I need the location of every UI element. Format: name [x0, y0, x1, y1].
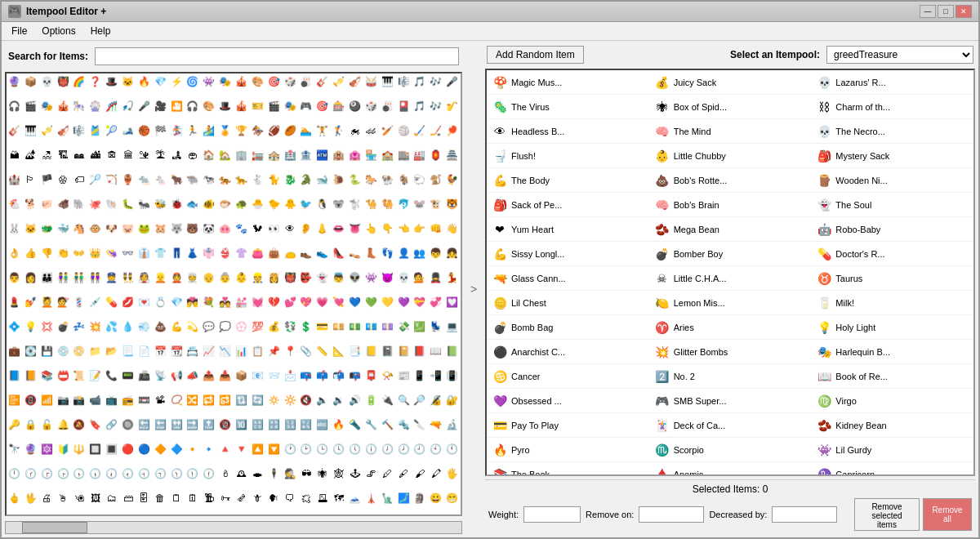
table-row[interactable]: 📖 [428, 343, 443, 359]
table-row[interactable]: 🐿 [250, 220, 265, 236]
list-item[interactable]: 🦠The Virus [487, 95, 649, 119]
table-row[interactable]: 🐰 [7, 220, 22, 236]
table-row[interactable]: 🐍 [347, 172, 363, 187]
table-row[interactable]: 🐻 [185, 220, 200, 236]
table-row[interactable]: 🔋 [363, 392, 379, 408]
table-row[interactable]: 🐪 [363, 196, 379, 212]
table-row[interactable]: 🗣 [266, 490, 282, 506]
table-row[interactable]: 💚 [363, 294, 379, 310]
table-row[interactable]: 🕶 [298, 466, 314, 481]
table-row[interactable]: 🔩 [396, 416, 412, 432]
table-row[interactable]: 🏘 [71, 147, 87, 163]
table-row[interactable]: 🏄 [201, 122, 216, 138]
table-row[interactable]: 🐼 [201, 220, 216, 236]
table-row[interactable]: 💟 [444, 294, 460, 310]
table-row[interactable]: 🗝 [217, 490, 233, 506]
list-item[interactable]: 💪The Body [487, 168, 649, 193]
list-item[interactable]: ♉Taurus [811, 266, 973, 291]
table-row[interactable]: 📘 [7, 368, 22, 383]
table-row[interactable]: 🗯 [298, 490, 314, 506]
table-row[interactable]: 👒 [104, 245, 119, 261]
table-row[interactable]: 💦 [104, 318, 119, 334]
table-row[interactable]: 🐘 [71, 196, 87, 212]
itempool-select[interactable]: greedTreasuretreasureshopbossdevilangels… [826, 46, 973, 64]
table-row[interactable]: 🌀 [185, 74, 200, 89]
table-row[interactable]: 🗻 [347, 490, 363, 506]
table-row[interactable]: 💋 [120, 294, 136, 310]
table-row[interactable]: 🗽 [380, 490, 395, 506]
table-row[interactable]: 🐐 [396, 172, 412, 187]
table-row[interactable]: 🔕 [71, 416, 87, 432]
table-row[interactable]: 📪 [298, 368, 314, 383]
table-row[interactable]: 🕐 [283, 441, 298, 457]
list-item[interactable]: 💣Bomb Bag [487, 315, 649, 340]
table-row[interactable]: 🗨 [283, 490, 298, 506]
table-row[interactable]: 🔇 [298, 392, 314, 408]
table-row[interactable]: 🎶 [428, 74, 443, 89]
list-item[interactable]: 🍋Lemon Mis... [649, 291, 812, 315]
table-row[interactable]: 🏋 [314, 122, 330, 138]
table-row[interactable]: 🎪 [56, 98, 71, 114]
list-item[interactable]: ♑Capricorn [811, 462, 973, 476]
table-row[interactable]: 💍 [153, 294, 168, 310]
table-row[interactable]: 📰 [396, 368, 412, 383]
table-row[interactable]: 🐎 [363, 172, 379, 187]
table-row[interactable]: 🎲 [283, 74, 298, 89]
table-row[interactable]: 👡 [347, 245, 363, 261]
table-row[interactable]: 🎷 [444, 98, 460, 114]
table-row[interactable]: 👟 [314, 245, 330, 261]
table-row[interactable]: 🔥 [136, 74, 152, 89]
table-row[interactable]: 🏝 [153, 147, 168, 163]
table-row[interactable]: 🐅 [217, 172, 233, 187]
table-row[interactable]: 👗 [185, 245, 200, 261]
table-row[interactable]: 👨 [7, 270, 22, 285]
table-row[interactable]: 🐒 [428, 172, 443, 187]
table-row[interactable]: 🏤 [266, 147, 282, 163]
table-row[interactable]: 🏯 [444, 147, 460, 163]
table-row[interactable]: 🕗 [396, 441, 412, 457]
table-row[interactable]: 🏖 [39, 147, 55, 163]
remove-on-input[interactable] [639, 506, 704, 523]
list-item[interactable]: 🥛Milk! [811, 291, 973, 315]
list-item[interactable]: 🎒Mystery Sack [811, 144, 973, 168]
table-row[interactable]: 🔯 [39, 441, 55, 457]
table-row[interactable]: 🏙 [87, 147, 103, 163]
table-row[interactable]: 🕥 [169, 466, 185, 481]
list-item[interactable]: 🪙Lil Chest [487, 291, 649, 315]
table-row[interactable]: 🎱 [347, 98, 363, 114]
table-row[interactable]: 🐜 [136, 196, 152, 212]
table-row[interactable]: 📀 [71, 343, 87, 359]
table-row[interactable]: 💄 [7, 294, 22, 310]
table-row[interactable]: 🏩 [347, 147, 363, 163]
table-row[interactable]: 💣 [56, 318, 71, 334]
table-row[interactable]: 🔠 [250, 416, 265, 432]
table-row[interactable]: 👥 [412, 245, 427, 261]
table-row[interactable]: 🕔 [347, 441, 363, 457]
menu-options[interactable]: Options [35, 24, 82, 38]
table-row[interactable]: 👞 [298, 245, 314, 261]
table-row[interactable]: 🗑 [153, 490, 168, 506]
table-row[interactable]: 📝 [87, 368, 103, 383]
table-row[interactable]: 🖼 [87, 490, 103, 506]
table-row[interactable]: 🔼 [250, 441, 265, 457]
table-row[interactable]: 📊 [234, 343, 249, 359]
table-row[interactable]: 🐛 [120, 196, 136, 212]
table-row[interactable]: 🏳 [23, 172, 38, 187]
table-row[interactable]: 💉 [87, 294, 103, 310]
list-item[interactable]: 🪵Wooden Ni... [811, 168, 973, 193]
table-row[interactable]: 🕝 [39, 466, 55, 481]
table-row[interactable]: 🕴 [266, 466, 282, 481]
table-row[interactable]: 👆 [363, 220, 379, 236]
table-row[interactable]: 📻 [120, 392, 136, 408]
table-row[interactable]: 🔊 [347, 392, 363, 408]
table-row[interactable]: 💌 [136, 294, 152, 310]
table-row[interactable]: 📯 [380, 368, 395, 383]
table-row[interactable]: 💏 [185, 294, 200, 310]
table-row[interactable]: 👴 [201, 270, 216, 285]
table-row[interactable]: 📱 [412, 368, 427, 383]
table-row[interactable]: 📨 [266, 368, 282, 383]
minimize-button[interactable]: — [920, 5, 936, 18]
table-row[interactable]: 🖐 [444, 466, 460, 481]
table-row[interactable]: 👚 [234, 245, 249, 261]
table-row[interactable]: 🐕 [23, 196, 38, 212]
